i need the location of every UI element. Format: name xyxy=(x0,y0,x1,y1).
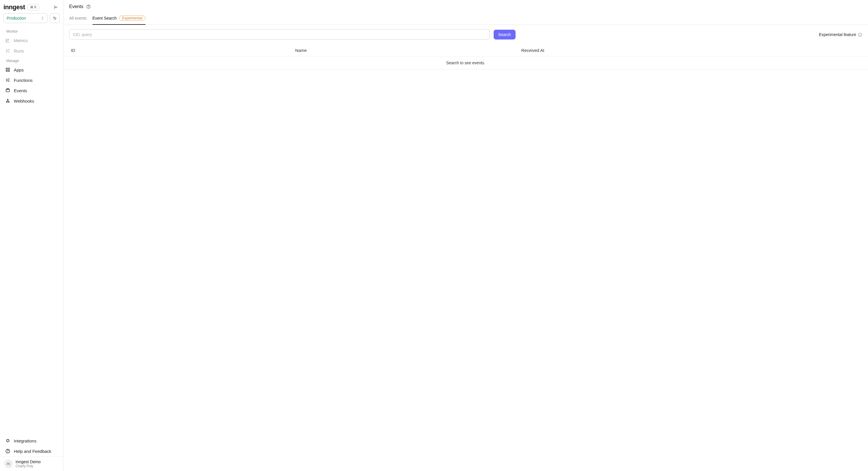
svg-rect-2 xyxy=(6,68,7,69)
brand-logo[interactable]: inngest xyxy=(3,3,25,11)
functions-icon xyxy=(5,78,10,83)
sidebar-footer[interactable]: IN Inngest Demo Charly Poly xyxy=(0,456,63,471)
experimental-note: Experimental feature xyxy=(819,32,862,37)
svg-rect-3 xyxy=(8,68,10,69)
sidebar-top: inngest ⌘ K xyxy=(0,0,63,13)
events-icon xyxy=(5,88,10,93)
page-title: Events xyxy=(69,4,83,9)
tab-label: Event Search xyxy=(93,16,117,21)
experimental-badge: Experimental xyxy=(119,16,146,21)
sidebar-item-label: Functions xyxy=(14,78,33,83)
sliders-icon xyxy=(53,16,57,21)
svg-point-9 xyxy=(8,101,9,102)
sidebar-item-functions[interactable]: Functions xyxy=(0,75,63,85)
info-icon[interactable] xyxy=(858,33,862,37)
tab-all-events[interactable]: All events xyxy=(69,13,87,25)
env-row: Production xyxy=(0,13,63,27)
metrics-icon xyxy=(5,38,10,43)
sidebar-item-label: Metrics xyxy=(14,38,28,43)
svg-point-10 xyxy=(7,99,8,100)
tabs: All events Event Search Experimental xyxy=(63,11,868,25)
sidebar-item-label: Events xyxy=(14,88,27,93)
table-header: ID Name Received At xyxy=(63,45,868,57)
column-header-name: Name xyxy=(295,48,521,53)
sidebar-item-label: Webhooks xyxy=(14,98,34,104)
column-header-id: ID xyxy=(69,48,295,53)
column-header-received: Received At xyxy=(521,48,862,53)
collapse-icon xyxy=(53,5,59,10)
main: Events All events Event Search Experimen… xyxy=(63,0,868,471)
sidebar-item-integrations[interactable]: Integrations xyxy=(0,436,63,446)
sidebar-item-runs[interactable]: Runs xyxy=(0,46,63,56)
environment-selected-label: Production xyxy=(7,16,26,21)
sidebar-item-metrics[interactable]: Metrics xyxy=(0,35,63,46)
page-help-icon[interactable] xyxy=(86,4,91,9)
env-settings-button[interactable] xyxy=(50,13,60,23)
svg-rect-5 xyxy=(8,70,10,72)
tab-event-search[interactable]: Event Search Experimental xyxy=(93,13,146,25)
avatar: IN xyxy=(4,460,13,468)
environment-select[interactable]: Production xyxy=(3,13,48,23)
apps-icon xyxy=(5,67,10,72)
command-shortcut[interactable]: ⌘ K xyxy=(27,4,39,10)
section-label-monitor: Monitor xyxy=(0,27,63,35)
sidebar-item-label: Runs xyxy=(14,49,24,53)
org-name: Inngest Demo xyxy=(16,460,41,464)
sidebar-item-help[interactable]: Help and Feedback xyxy=(0,446,63,456)
sidebar-item-label: Help and Feedback xyxy=(14,449,51,454)
svg-rect-11 xyxy=(7,440,9,442)
integrations-icon xyxy=(5,438,10,443)
table-empty-message: Search to see events. xyxy=(63,57,868,69)
collapse-sidebar-button[interactable] xyxy=(52,3,60,11)
chevron-updown-icon xyxy=(40,16,44,20)
search-button[interactable]: Search xyxy=(494,30,516,39)
svg-point-8 xyxy=(6,101,7,102)
sidebar-item-label: Apps xyxy=(14,67,24,72)
sidebar-item-label: Integrations xyxy=(14,438,36,443)
help-icon xyxy=(5,448,10,454)
main-header: Events xyxy=(63,0,868,11)
svg-point-1 xyxy=(55,19,56,19)
svg-rect-4 xyxy=(6,70,7,72)
webhooks-icon xyxy=(5,98,10,104)
search-row: Search Experimental feature xyxy=(63,25,868,45)
tab-label: All events xyxy=(69,16,87,21)
sidebar: inngest ⌘ K Production Monitor Metrics R… xyxy=(0,0,63,471)
section-label-manage: Manage xyxy=(0,56,63,65)
user-name: Charly Poly xyxy=(16,464,41,468)
cel-query-input[interactable] xyxy=(69,29,490,40)
runs-icon xyxy=(5,48,10,53)
experimental-note-label: Experimental feature xyxy=(819,32,856,37)
sidebar-item-webhooks[interactable]: Webhooks xyxy=(0,96,63,106)
svg-point-0 xyxy=(54,17,55,18)
sidebar-item-events[interactable]: Events xyxy=(0,85,63,96)
sidebar-item-apps[interactable]: Apps xyxy=(0,65,63,75)
